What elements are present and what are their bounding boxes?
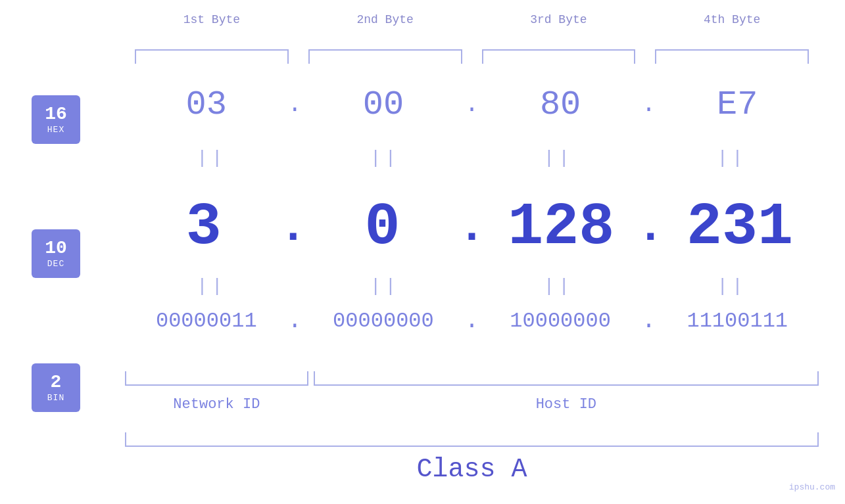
bracket-byte4 <box>655 49 809 64</box>
equals-row-1: || || || || <box>125 148 819 168</box>
header-brackets <box>125 49 819 64</box>
eq2-byte3: || <box>472 276 646 296</box>
eq1-byte2: || <box>299 148 472 168</box>
class-label: Class A <box>125 455 819 484</box>
hex-badge: 16 HEX <box>32 95 80 144</box>
eq2-byte1: || <box>125 276 299 296</box>
dec-byte1: 3 <box>186 194 222 261</box>
hex-byte4: E7 <box>717 85 758 124</box>
class-bracket <box>125 432 819 447</box>
dec-byte2-cell: 0 <box>304 194 462 261</box>
bin-byte2-cell: 00000000 <box>302 309 465 333</box>
bin-row: 00000011 . 00000000 . 10000000 . 1110011… <box>125 308 819 334</box>
eq2-byte2: || <box>299 276 472 296</box>
hex-row: 03 . 00 . 80 . E7 <box>125 85 819 124</box>
dec-badge-label: DEC <box>47 259 64 269</box>
dec-byte2: 0 <box>365 194 400 261</box>
bin-badge: 2 BIN <box>32 363 80 412</box>
hex-dot2: . <box>465 91 479 118</box>
main-container: 16 HEX 10 DEC 2 BIN 1st Byte 2nd Byte 3r… <box>0 0 845 504</box>
eq1-byte1: || <box>125 148 299 168</box>
hex-byte1: 03 <box>186 85 227 124</box>
dec-badge-num: 10 <box>45 239 67 259</box>
bin-byte3: 10000000 <box>510 309 611 333</box>
header-byte2: 2nd Byte <box>299 13 472 26</box>
watermark: ipshu.com <box>789 482 835 492</box>
bin-byte1: 00000011 <box>156 309 257 333</box>
header-byte4: 4th Byte <box>645 13 819 26</box>
bin-byte4: 11100111 <box>687 309 788 333</box>
id-brackets-row <box>125 371 819 391</box>
hex-dot3: . <box>642 91 656 118</box>
hex-byte3: 80 <box>540 85 581 124</box>
bin-dot3: . <box>642 308 656 334</box>
eq2-byte4: || <box>645 276 819 296</box>
hex-byte2-cell: 00 <box>302 85 465 124</box>
dec-dot2: . <box>458 202 485 254</box>
bin-byte2: 00000000 <box>333 309 434 333</box>
bracket-byte3 <box>482 49 636 64</box>
header-byte1: 1st Byte <box>125 13 299 26</box>
bin-byte3-cell: 10000000 <box>479 309 642 333</box>
network-bracket <box>125 371 308 386</box>
hex-badge-label: HEX <box>47 125 64 135</box>
dec-dot3: . <box>637 202 664 254</box>
bottom-section: Network ID Host ID <box>125 371 819 413</box>
bin-dot1: . <box>288 308 302 334</box>
hex-byte4-cell: E7 <box>656 85 819 124</box>
bracket-byte1 <box>135 49 289 64</box>
bracket-byte2 <box>308 49 462 64</box>
hex-dot1: . <box>288 91 302 118</box>
class-section: Class A <box>125 432 819 484</box>
hex-byte2: 00 <box>363 85 404 124</box>
bin-badge-num: 2 <box>51 373 62 393</box>
equals-row-2: || || || || <box>125 276 819 296</box>
hex-badge-num: 16 <box>45 104 67 125</box>
host-bracket <box>314 371 819 386</box>
badges-column: 16 HEX 10 DEC 2 BIN <box>32 95 80 412</box>
dec-byte3-cell: 128 <box>483 194 640 261</box>
host-id-label: Host ID <box>314 396 819 413</box>
dec-byte1-cell: 3 <box>125 194 283 261</box>
hex-byte1-cell: 03 <box>125 85 288 124</box>
eq1-byte4: || <box>645 148 819 168</box>
header-byte3: 3rd Byte <box>472 13 646 26</box>
dec-row: 3 . 0 . 128 . 231 <box>125 194 819 261</box>
id-labels-row: Network ID Host ID <box>125 396 819 413</box>
network-id-label: Network ID <box>125 396 308 413</box>
eq1-byte3: || <box>472 148 646 168</box>
header-row: 1st Byte 2nd Byte 3rd Byte 4th Byte <box>125 13 819 26</box>
bin-dot2: . <box>465 308 479 334</box>
dec-byte3: 128 <box>508 194 614 261</box>
dec-dot1: . <box>279 202 307 254</box>
hex-byte3-cell: 80 <box>479 85 642 124</box>
dec-badge: 10 DEC <box>32 229 80 278</box>
dec-byte4-cell: 231 <box>661 194 819 261</box>
bin-byte4-cell: 11100111 <box>656 309 819 333</box>
bin-badge-label: BIN <box>47 393 64 403</box>
dec-byte4: 231 <box>687 194 793 261</box>
bin-byte1-cell: 00000011 <box>125 309 288 333</box>
